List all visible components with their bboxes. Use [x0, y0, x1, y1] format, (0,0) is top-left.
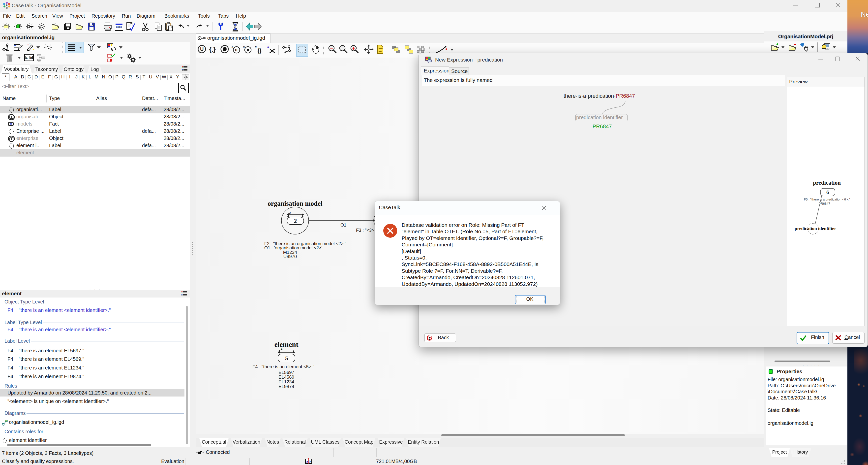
svg-text:U: U: [200, 47, 204, 52]
svg-text:{.}: {.}: [209, 46, 216, 53]
svg-text:a: a: [26, 56, 28, 59]
svg-text:x: x: [243, 45, 245, 49]
svg-text:u: u: [235, 48, 238, 52]
svg-text:a: a: [306, 460, 308, 463]
svg-text:{}: {}: [257, 48, 262, 54]
svg-text:x: x: [267, 45, 269, 49]
svg-text:b: b: [30, 56, 32, 59]
svg-text:4: 4: [281, 347, 282, 351]
svg-text:2: 2: [289, 211, 291, 215]
svg-text:b: b: [309, 460, 311, 463]
svg-text:5: 5: [285, 355, 288, 361]
svg-text:2: 2: [294, 217, 297, 224]
svg-text:6: 6: [826, 189, 829, 195]
svg-text:x: x: [255, 45, 257, 49]
svg-text:x: x: [231, 45, 234, 49]
